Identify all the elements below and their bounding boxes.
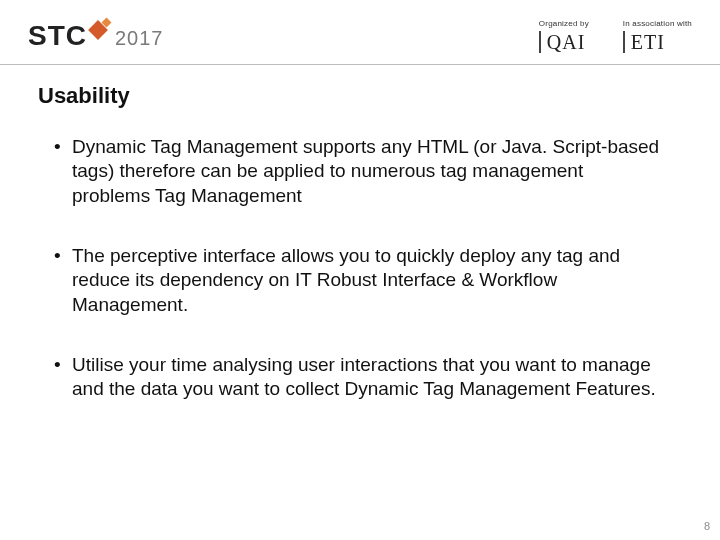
organized-by-brand: QAI	[547, 31, 586, 54]
slide-title: Usability	[38, 83, 666, 109]
association-block: In association with ETI	[623, 19, 692, 54]
list-item: The perceptive interface allows you to q…	[54, 244, 666, 317]
list-item: Dynamic Tag Management supports any HTML…	[54, 135, 666, 208]
slide-content: Usability Dynamic Tag Management support…	[0, 65, 720, 402]
vertical-bar-icon	[623, 31, 625, 53]
diamond-icon	[89, 17, 111, 39]
header-right: Organized by QAI In association with ETI	[539, 19, 692, 54]
stc-logo: STC 2017	[28, 20, 164, 52]
page-number: 8	[704, 520, 710, 532]
vertical-bar-icon	[539, 31, 541, 53]
logo-year: 2017	[115, 27, 164, 50]
association-brand: ETI	[631, 31, 665, 54]
association-label: In association with	[623, 19, 692, 28]
slide-header: STC 2017 Organized by QAI In association…	[0, 0, 720, 64]
logo-text: STC	[28, 20, 87, 52]
organized-by-block: Organized by QAI	[539, 19, 589, 54]
bullet-list: Dynamic Tag Management supports any HTML…	[54, 135, 666, 402]
list-item: Utilise your time analysing user interac…	[54, 353, 666, 402]
organized-by-label: Organized by	[539, 19, 589, 28]
